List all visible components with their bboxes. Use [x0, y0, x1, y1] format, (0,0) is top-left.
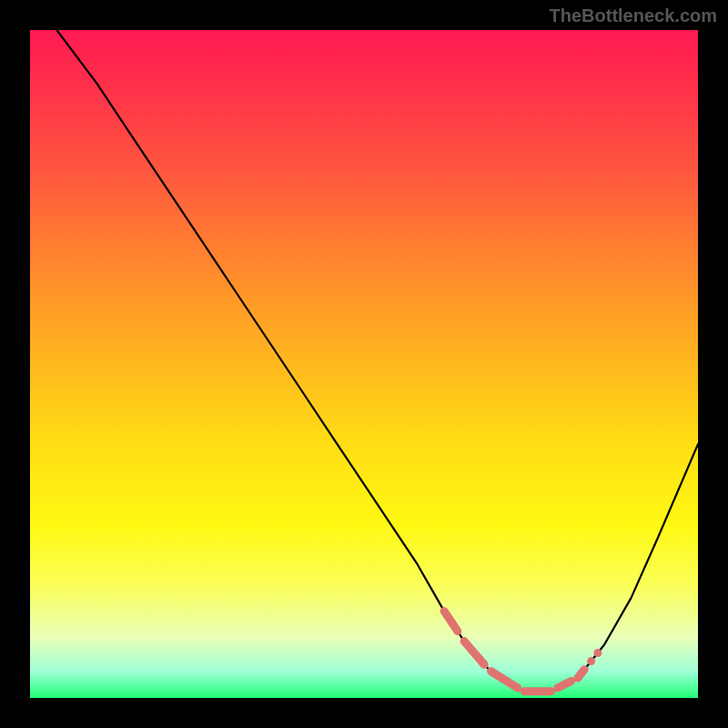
- highlight-marks: [444, 612, 602, 692]
- watermark-text: TheBottleneck.com: [550, 5, 717, 26]
- plot-area: [30, 30, 698, 698]
- highlight-segment: [491, 672, 518, 688]
- highlight-point: [593, 649, 602, 657]
- bottleneck-curve: [56, 30, 698, 692]
- highlight-segment: [464, 642, 484, 665]
- chart-overlay: [30, 30, 698, 698]
- highlight-segment: [558, 682, 571, 688]
- highlight-segment: [444, 612, 458, 632]
- chart-frame: TheBottleneck.com: [0, 0, 728, 728]
- highlight-segment: [578, 670, 584, 678]
- highlight-point: [587, 657, 595, 665]
